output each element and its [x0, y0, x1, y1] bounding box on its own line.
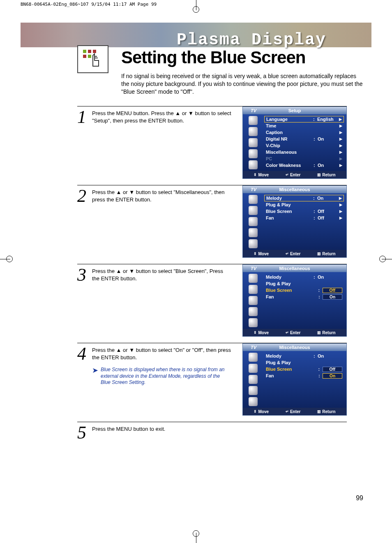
osd-option-off[interactable]: Off	[323, 288, 342, 293]
osd-value: On	[318, 275, 338, 280]
osd-row-bluescreen[interactable]: Blue Screen:Off	[264, 287, 344, 293]
osd-footer-enter: Enter	[290, 173, 301, 177]
osd-row-plugplay[interactable]: Plug & Play▶	[264, 201, 344, 208]
osd-title: Miscellaneous	[279, 345, 310, 350]
osd-icon	[249, 274, 258, 283]
step-number: 4	[77, 347, 90, 361]
osd-label: Caption	[266, 130, 314, 135]
osd-icon	[249, 116, 258, 125]
osd-label: Melody	[266, 275, 314, 280]
note-text: Blue Screen is displayed when there is n…	[101, 367, 228, 386]
osd-icon	[249, 206, 258, 215]
osd-icon	[249, 217, 258, 226]
step-number: 5	[77, 425, 90, 440]
osd-row-empty	[264, 379, 344, 386]
osd-option-on[interactable]: On	[323, 373, 342, 379]
chevron-right-icon: ▶	[338, 130, 342, 134]
osd-icon	[249, 318, 258, 327]
step-1: 1 Press the MENU button. Press the ▲ or …	[77, 106, 347, 177]
crop-mark	[379, 256, 386, 262]
osd-footer: ⇕Move ↵Enter ▥Return	[243, 408, 346, 415]
step-number: 2	[77, 189, 90, 203]
osd-row-bluescreen[interactable]: Blue Screen:Off	[264, 366, 344, 372]
osd-label: Language	[266, 117, 313, 122]
osd-label: Blue Screen	[266, 367, 318, 372]
osd-label: Color Weakness	[266, 163, 314, 168]
osd-footer-move: Move	[258, 252, 269, 256]
step-text: Press the ▲ or ▼ button to select "Misce…	[92, 189, 232, 203]
osd-footer-return: Return	[322, 409, 335, 414]
osd-setup: TVSetup Language:English▶ Time▶ Caption▶…	[242, 106, 347, 179]
osd-row-plugplay[interactable]: Plug & Play	[264, 280, 344, 287]
osd-miscellaneous-2: TVMiscellaneous Melody:On Plug & Play Bl…	[242, 264, 347, 337]
osd-category-icons	[243, 114, 263, 171]
osd-menu: Melody:On▶ Plug & Play▶ Blue Screen:Off▶…	[263, 193, 346, 250]
osd-row-fan[interactable]: Fan:Off▶	[264, 215, 344, 221]
osd-row-empty	[264, 300, 344, 307]
osd-icon	[249, 364, 258, 373]
osd-label: Melody	[266, 196, 313, 201]
osd-row-melody[interactable]: Melody:On▶	[264, 195, 344, 201]
osd-option-on[interactable]: On	[323, 294, 342, 300]
osd-row-time[interactable]: Time▶	[264, 122, 344, 129]
chevron-right-icon: ▶	[338, 143, 342, 148]
chevron-right-icon: ▶	[338, 163, 342, 167]
osd-footer-return: Return	[322, 252, 335, 256]
osd-row-caption[interactable]: Caption▶	[264, 129, 344, 136]
osd-row-bluescreen[interactable]: Blue Screen:Off▶	[264, 208, 344, 215]
osd-icon	[249, 386, 258, 395]
osd-label: PC	[266, 156, 314, 161]
osd-value: On	[318, 136, 338, 141]
osd-row-plugplay[interactable]: Plug & Play	[264, 359, 344, 366]
osd-row-miscellaneous[interactable]: Miscellaneous▶	[264, 149, 344, 155]
crop-mark	[193, 530, 199, 537]
osd-value: On	[318, 163, 338, 168]
osd-row-vchip[interactable]: V-Chip▶	[264, 142, 344, 149]
osd-category-icons	[243, 272, 263, 329]
osd-label: Blue Screen	[266, 288, 318, 293]
osd-row-digitalnr[interactable]: Digital NR:On▶	[264, 136, 344, 142]
osd-row-pc: PC▶	[264, 155, 344, 162]
osd-row-empty	[264, 386, 344, 392]
step-5: 5 Press the MENU button to exit.	[77, 422, 347, 440]
osd-option-off[interactable]: Off	[323, 367, 342, 372]
chevron-right-icon: ▶	[338, 216, 342, 220]
svg-rect-4	[88, 55, 91, 58]
return-icon: ▥	[317, 330, 321, 335]
chevron-right-icon: ▶	[338, 124, 342, 128]
updown-icon: ⇕	[254, 173, 257, 177]
step-text: Press the ▲ or ▼ button to select "On" o…	[92, 347, 232, 361]
step-4: 4 Press the ▲ or ▼ button to select "On"…	[77, 343, 347, 414]
osd-row-melody[interactable]: Melody:On	[264, 353, 344, 359]
osd-row-empty	[264, 307, 344, 313]
osd-label: Miscellaneous	[266, 150, 314, 155]
osd-value: On	[318, 354, 338, 358]
osd-row-melody[interactable]: Melody:On	[264, 274, 344, 280]
osd-icon	[249, 195, 258, 204]
osd-row-fan[interactable]: Fan:On	[264, 293, 344, 300]
osd-row-fan[interactable]: Fan:On	[264, 372, 344, 379]
osd-label: V-Chip	[266, 143, 314, 148]
osd-footer-enter: Enter	[290, 252, 301, 256]
chevron-right-icon: ▶	[338, 203, 342, 207]
osd-footer: ⇕Move ↵Enter ▥Return	[243, 171, 346, 178]
osd-icon	[249, 228, 258, 237]
osd-footer-return: Return	[322, 330, 335, 335]
osd-title: Setup	[288, 108, 301, 113]
chevron-right-icon: ▶	[338, 137, 342, 141]
osd-row-colorweakness[interactable]: Color Weakness:On▶	[264, 162, 344, 169]
svg-rect-1	[88, 50, 91, 53]
osd-row-empty	[264, 234, 344, 241]
osd-value: English	[317, 117, 338, 122]
osd-row-empty	[264, 228, 344, 234]
chevron-right-icon: ▶	[338, 150, 342, 154]
osd-label: Plug & Play	[266, 360, 314, 365]
osd-icon	[249, 375, 258, 384]
osd-icon	[249, 285, 258, 294]
return-icon: ▥	[317, 252, 321, 256]
osd-row-language[interactable]: Language:English▶	[264, 116, 344, 122]
osd-category-icons	[243, 351, 263, 408]
step-3: 3 Press the ▲ or ▼ button to select "Blu…	[77, 264, 347, 335]
intro-text: If no signal is being received or the si…	[121, 72, 364, 96]
osd-footer: ⇕Move ↵Enter ▥Return	[243, 250, 346, 257]
